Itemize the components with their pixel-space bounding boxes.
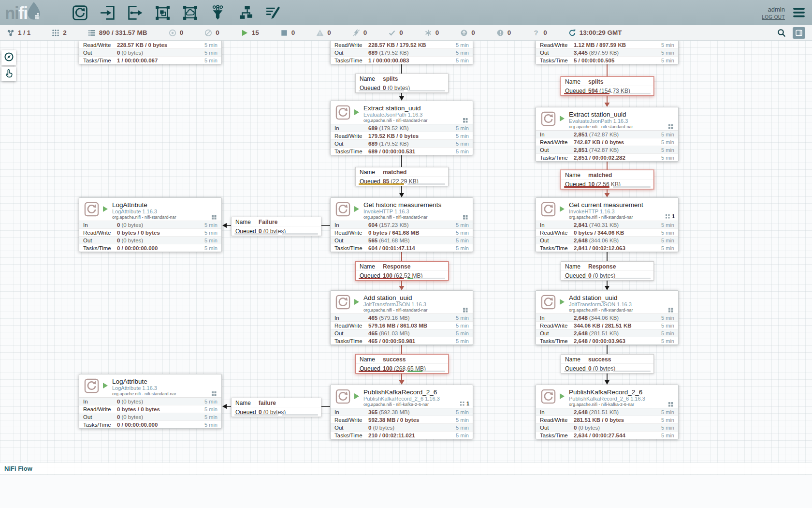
processor-log-attribute-1[interactable]: LogAttribute LogAttribute 1.16.3 org.apa… bbox=[79, 197, 222, 252]
threads-grid-icon bbox=[668, 124, 673, 129]
processor-name: Get current measurement bbox=[569, 201, 674, 209]
status-item: 0 bbox=[388, 29, 403, 37]
panel-toggle-button[interactable] bbox=[793, 27, 805, 39]
stat-window: 5 min bbox=[456, 58, 469, 63]
stat-value: 689 / 00:00:00.531 bbox=[368, 149, 456, 154]
stat-label: In bbox=[540, 409, 574, 415]
processor-add-station-uuid-mid[interactable]: Add station_uuid JoltTransformJSON 1.16.… bbox=[330, 290, 473, 345]
connection-label-splits-mid[interactable]: Name splits Queued 0(0 bytes) bbox=[355, 74, 449, 93]
funnel-icon[interactable] bbox=[210, 5, 226, 21]
stat-label: Read/Write bbox=[334, 323, 368, 329]
active-thread-count-badge bbox=[668, 124, 675, 129]
stat-row: Out 689(179.52 KB) 5 min bbox=[331, 48, 473, 56]
connection-name-key: Name bbox=[360, 356, 383, 363]
stat-value: 179.52 KB / 0 bytes bbox=[368, 133, 456, 139]
label-icon[interactable] bbox=[265, 5, 281, 21]
status-value: 890 / 331.57 MB bbox=[99, 29, 147, 36]
breadcrumb[interactable]: NiFi Flow bbox=[4, 465, 32, 472]
connection-name-key: Name bbox=[565, 356, 588, 363]
processor-type: PublishKafkaRecord_2_6 1.16.3 bbox=[569, 396, 674, 402]
processor-type-icon bbox=[541, 389, 556, 404]
stat-window: 5 min bbox=[456, 245, 469, 251]
stat-window: 5 min bbox=[456, 42, 469, 48]
stat-row: Tasks/Time 0 / 00:00:00.000 5 min bbox=[79, 420, 221, 428]
connection-label-response-right[interactable]: Name Response Queued 0(0 bytes) bbox=[561, 261, 654, 281]
stat-window: 5 min bbox=[456, 50, 469, 56]
processor-extract-station-uuid-right[interactable]: Extract station_uuid EvaluateJsonPath 1.… bbox=[536, 107, 679, 162]
stat-label: In bbox=[334, 409, 368, 415]
processor-add-station-uuid-right[interactable]: Add station_uuid JoltTransformJSON 1.16.… bbox=[536, 290, 679, 345]
stat-window: 5 min bbox=[661, 132, 674, 137]
stat-row: Read/Write 579.16 MB / 861.03 MB 5 min bbox=[331, 321, 473, 329]
template-icon[interactable] bbox=[237, 5, 253, 21]
stat-window: 5 min bbox=[204, 50, 218, 56]
processor-icon[interactable] bbox=[72, 5, 88, 21]
stat-value: 281.51 KB / 0 bytes bbox=[574, 417, 661, 423]
connection-label-failure-top-left[interactable]: Name Failure Queued 0(0 bytes) bbox=[231, 217, 321, 236]
stat-value: 2,648(344.06 KB) bbox=[574, 238, 661, 243]
status-value: 0 bbox=[216, 29, 219, 36]
connection-label-matched-mid[interactable]: Name matched Queued 85(22.29 KB) bbox=[355, 167, 449, 186]
processor-log-attribute-2[interactable]: LogAttribute LogAttribute 1.16.3 org.apa… bbox=[79, 374, 222, 429]
connection-label-splits-right[interactable]: Name splits Queued 594(154.73 KB) bbox=[561, 76, 654, 96]
processor-mid-top-partial[interactable]: Read/Write 228.57 KB / 179.52 KB 5 min O… bbox=[330, 41, 473, 64]
threads-grid-icon bbox=[668, 308, 673, 312]
processor-get-historic-measurements[interactable]: Get historic measurements InvokeHTTP 1.1… bbox=[330, 197, 473, 252]
stat-value: 228.57 KB / 0 bytes bbox=[117, 42, 204, 48]
backpressure-bars bbox=[564, 278, 651, 279]
object-threshold-bar bbox=[359, 183, 404, 185]
processor-bundle: org.apache.nifi - nifi-standard-nar bbox=[112, 215, 218, 220]
operate-palette-button[interactable] bbox=[1, 67, 16, 81]
stat-value: 0 bytes / 0 bytes bbox=[117, 406, 204, 412]
processor-publish-kafka-record-mid[interactable]: PublishKafkaRecord_2_6 PublishKafkaRecor… bbox=[330, 385, 473, 439]
backpressure-bars bbox=[359, 278, 445, 279]
stat-label: Tasks/Time bbox=[334, 245, 368, 251]
stat-row: Read/Write 179.52 KB / 0 bytes 5 min bbox=[331, 132, 473, 139]
size-threshold-bar bbox=[407, 183, 445, 185]
stat-label: Tasks/Time bbox=[83, 58, 117, 63]
connection-label-success-mid[interactable]: Name success Queued 100(268.65 MB) bbox=[355, 354, 449, 374]
connection-label-matched-right[interactable]: Name matched Queued 10(2.56 KB) bbox=[561, 170, 654, 189]
connection-label-success-right[interactable]: Name success Queued 0(0 bytes) bbox=[561, 354, 654, 374]
stat-window: 5 min bbox=[456, 133, 469, 139]
navigate-palette-button[interactable] bbox=[1, 50, 16, 65]
stat-row: Tasks/Time 0 / 00:00:00.000 5 min bbox=[79, 244, 221, 252]
stat-window: 5 min bbox=[204, 230, 218, 236]
process-group-icon[interactable] bbox=[155, 5, 171, 21]
processor-type: EvaluateJsonPath 1.16.3 bbox=[363, 112, 469, 118]
counts-grid-icon bbox=[52, 29, 59, 37]
stat-value: 344.06 KB / 281.51 KB bbox=[574, 323, 661, 329]
stat-label: Out bbox=[540, 330, 574, 336]
stat-window: 5 min bbox=[661, 245, 674, 251]
threads-grid-icon bbox=[463, 118, 467, 122]
processor-get-current-measurement[interactable]: Get current measurement InvokeHTTP 1.16.… bbox=[536, 197, 679, 252]
global-menu-icon[interactable] bbox=[793, 7, 805, 18]
stat-label: Out bbox=[540, 147, 574, 153]
remote-process-group-icon[interactable] bbox=[182, 5, 198, 21]
connection-name-value: splits bbox=[383, 75, 398, 82]
status-item: 15 bbox=[241, 29, 259, 37]
nifi-logo: nifi bbox=[5, 0, 42, 25]
input-port-icon[interactable] bbox=[100, 5, 116, 21]
output-port-icon[interactable] bbox=[127, 5, 143, 21]
processor-left-top-partial[interactable]: Read/Write 228.57 KB / 0 bytes 5 min Out… bbox=[79, 41, 222, 64]
active-thread-count-badge bbox=[668, 402, 675, 406]
processor-stats: In 2,841(740.31 KB) 5 min Read/Write 0 b… bbox=[536, 221, 678, 252]
logout-link[interactable]: LOG OUT bbox=[762, 15, 785, 20]
status-value: 0 bbox=[508, 29, 511, 36]
stat-window: 5 min bbox=[661, 433, 674, 438]
connection-label-failure-bottom-left[interactable]: Name failure Queued 0(0 bytes) bbox=[231, 398, 321, 417]
running-status-icon bbox=[560, 393, 565, 399]
processor-publish-kafka-record-right[interactable]: PublishKafkaRecord_2_6 PublishKafkaRecor… bbox=[536, 385, 679, 439]
processor-right-top-partial[interactable]: Read/Write 1.12 MB / 897.59 KB 5 min Out… bbox=[536, 41, 679, 64]
processor-stats: In 2,851(742.87 KB) 5 min Read/Write 742… bbox=[536, 130, 678, 161]
connection-label-response-mid[interactable]: Name Response Queued 100(62.52 MB) bbox=[355, 261, 449, 281]
processor-extract-station-uuid-mid[interactable]: Extract station_uuid EvaluateJsonPath 1.… bbox=[330, 101, 473, 155]
connection-name-key: Name bbox=[360, 169, 383, 176]
threads-grid-icon bbox=[212, 391, 216, 396]
status-value: 2 bbox=[63, 29, 67, 36]
search-icon[interactable] bbox=[777, 29, 786, 37]
processor-name: Add station_uuid bbox=[569, 294, 674, 301]
stat-window: 5 min bbox=[204, 245, 218, 251]
flow-canvas[interactable]: NiFi Flow Read/Write 228.57 KB / 0 bytes… bbox=[0, 41, 812, 508]
